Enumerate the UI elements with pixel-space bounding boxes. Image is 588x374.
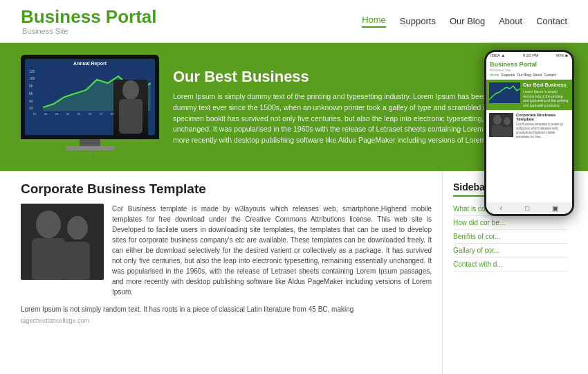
logo: Business Portal Business Site [21,7,157,35]
phone-nav: Home Supports Our Blog About Contact [490,72,569,78]
hero-section: Annual Report 120 100 80 60 40 20 [0,43,588,171]
person-silhouette [113,80,148,135]
corp-text-full: Lorem Ipsum is not simply random text. I… [21,304,432,314]
nav-supports[interactable]: Supports [400,16,436,26]
logo-title: Business Portal [21,7,157,27]
svg-point-7 [122,80,139,100]
svg-point-13 [504,117,511,125]
phone-hero-body: Lorem Ipsum is simply dummy text of the … [523,89,569,107]
corp-image [21,204,104,280]
monitor-stand [80,139,100,146]
phone-corp-image [489,113,513,137]
phone-status-bar: IDEA ▲ 9:20 PM 90% ■ [486,52,572,59]
svg-rect-17 [32,238,65,280]
phone-nav-contact[interactable]: Contact [544,73,555,77]
svg-rect-14 [502,127,512,137]
sidebar-link-2[interactable]: How did cor be... [453,216,567,230]
svg-rect-19 [62,242,90,280]
apple-logo-icon:  [21,149,159,160]
svg-rect-8 [119,99,143,134]
phone-nav-supports[interactable]: Supports [501,73,515,77]
phone-nav-about[interactable]: About [533,73,542,77]
phone-hero-section: Our Best Business Lorem Ipsum is simply … [486,80,572,110]
corp-row: Cor Business template is made by w3layou… [21,204,432,297]
phone-corp-text: Corporate Business Template Cor.Business… [516,113,569,139]
phone-hero-title: Our Best Business [523,82,569,88]
main-nav: Home Supports Our Blog About Contact [362,15,567,28]
site-header: Business Portal Business Site Home Suppo… [0,0,588,43]
phone-nav-home[interactable]: Home [490,73,499,77]
chart-title: Annual Report [25,59,155,68]
phone-corp-body: Cor.Business template is made by w3layou… [516,123,569,139]
phone-home-icon[interactable]: □ [525,204,529,212]
phone-mockup: IDEA ▲ 9:20 PM 90% ■ Business Portal Bus… [484,50,574,216]
phone-menu-icon[interactable]: ▣ [552,204,558,212]
phone-corp-title: Corporate Business Template [516,113,569,121]
corp-title: Corporate Business Template [21,181,432,197]
chart-yaxis: 120 100 80 60 40 20 [29,69,35,111]
nav-blog[interactable]: Our Blog [450,16,485,26]
phone-carrier: IDEA ▲ [490,53,505,57]
nav-contact[interactable]: Contact [536,16,567,26]
sidebar-link-4[interactable]: Gallary of cor... [453,244,567,258]
phone-time: 9:20 PM [523,53,538,57]
nav-home[interactable]: Home [362,15,386,28]
monitor-graphic: Annual Report 120 100 80 60 40 20 [21,55,159,160]
phone-corp-section: Corporate Business Template Cor.Business… [486,110,572,141]
sidebar-link-3[interactable]: Benifits of cor... [453,230,567,244]
phone-monitor [489,82,520,107]
svg-point-11 [493,115,502,125]
nav-about[interactable]: About [499,16,522,26]
phone-monitor-screen [489,82,520,103]
phone-nav-blog[interactable]: Our Blog [517,73,531,77]
phone-bottom-bar: ‹ □ ▣ [486,202,572,214]
svg-point-16 [36,211,61,238]
svg-rect-9 [489,82,520,103]
svg-point-18 [67,216,88,240]
phone-header: Business Portal Business Site Home Suppo… [486,59,572,80]
watermark: tagechristiancollege.com [21,317,432,324]
corp-text-partial: Cor Business template is made by w3layou… [112,204,432,297]
content-area: Corporate Business Template Cor Business… [21,171,443,374]
phone-hero-text: Our Best Business Lorem Ipsum is simply … [523,82,569,107]
phone-battery: 90% ■ [556,53,568,57]
logo-subtitle: Business Site [22,27,157,35]
phone-back-icon[interactable]: ‹ [500,204,502,212]
phone-screen: IDEA ▲ 9:20 PM 90% ■ Business Portal Bus… [486,52,572,214]
phone-logo: Business Portal [490,61,569,68]
sidebar-link-5[interactable]: Contact with d... [453,258,567,271]
svg-rect-12 [492,125,503,137]
